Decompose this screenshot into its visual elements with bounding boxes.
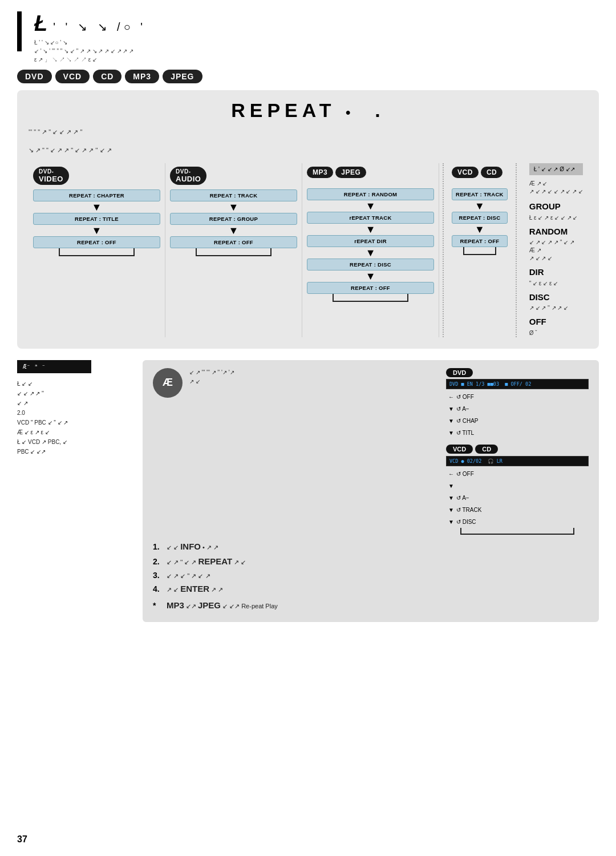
dvd-display-badge: DVD bbox=[446, 368, 473, 377]
dvd-audio-label2: AUDIO bbox=[176, 175, 201, 183]
arrow9: ▼ bbox=[475, 201, 485, 211]
subtitle: Ł ' ' ↘ ↙○ ' ↘ bbox=[34, 38, 146, 47]
page: Ł ' ' ↘ ↘ /○ ' Ł ' ' ↘ ↙○ ' ↘ ↙ ' ↘ ' ''… bbox=[0, 0, 616, 856]
note-ae2-desc: ↗ ↙ ↗ ↙ bbox=[529, 255, 583, 263]
vcd-display-badge: VCD bbox=[446, 445, 473, 454]
notes-header: Ł ' ↙ ↙ ↗ Ø ↙↗ bbox=[529, 163, 583, 175]
vcd-badge: VCD bbox=[452, 167, 479, 178]
step-4: 4. ↗ ↙ ENTER ↗ ↗ bbox=[153, 583, 589, 596]
repeat-desc2: ↘ ↗ " " ↙ ↗ ↗ " ↙ ↗ ↗ '' ↙ ↗ bbox=[29, 146, 587, 156]
badge-dvd: DVD bbox=[17, 70, 52, 83]
note-random-term: RANDOM bbox=[529, 224, 583, 239]
notes-col: Ł ' ↙ ↙ ↗ Ø ↙↗ Æ ↗ ↙ ↗ ↙ ↗ ↙ ↙ ↗ ↙ ↗ ↙ G… bbox=[520, 163, 587, 337]
flow-repeat-title: REPEAT : TITLE bbox=[33, 213, 160, 225]
dvd-video-bracket bbox=[59, 248, 135, 256]
arr-icon4: ▼ bbox=[448, 427, 454, 439]
dvd-audio-label1: DVD- bbox=[176, 168, 201, 175]
repeat-key: REPEAT bbox=[198, 556, 232, 566]
step-3-content: ↙ ↗ ↙ '' ↗ ↙ ↗ bbox=[167, 571, 210, 581]
dvd-video-flow: REPEAT : CHAPTER ▼ REPEAT : TITLE ▼ REPE… bbox=[33, 189, 160, 259]
vcd-arr-track: ▼ ↺ TRACK bbox=[448, 504, 589, 516]
arr-icon7: ▼ bbox=[448, 492, 454, 504]
note-ae-sub: ↗ ↙ ↗ ↙ ↙ ↗ ↙ ↗ ↙ bbox=[529, 188, 583, 196]
dvd-video-badge: DVD- VIDEO bbox=[33, 167, 69, 185]
step-1-num: 1. bbox=[153, 542, 161, 551]
step-2: 2. ↙ ↗ '' ↙ ↗ REPEAT ↗ ↙ bbox=[153, 555, 589, 568]
dvd-arr-off: ← ↺ OFF bbox=[448, 391, 589, 403]
dvd-audio-col: DVD- AUDIO REPEAT : TRACK ▼ REPEAT : GRO… bbox=[165, 163, 302, 337]
dotted-divider2 bbox=[516, 163, 517, 337]
arr-icon3: ▼ bbox=[448, 415, 454, 427]
note-dir-desc: " ↙ ε ↙ ε ↙ bbox=[529, 280, 583, 288]
step-3: 3. ↙ ↗ ↙ '' ↗ ↙ ↗ bbox=[153, 571, 589, 581]
flow-repeat-off-dvd: REPEAT : OFF bbox=[33, 236, 160, 248]
vcd-cd-section: VCD CD REPEAT : TRACK ▼ REPEAT : DISC ▼ … bbox=[439, 163, 512, 337]
flow-repeat-dir: rEPEAT DIR bbox=[307, 235, 434, 247]
screen-display: Æ⁻ ᵃ ⁻ bbox=[17, 360, 91, 373]
step-1: 1. ↙ ↙ INFO • ↗ ↗ bbox=[153, 540, 589, 554]
display-area: DVD DVD ■ EN 1/3 ■■03 ■ OFF/ 02 ← ↺ OFF … bbox=[446, 368, 589, 535]
bullet-1: • bbox=[202, 544, 205, 551]
note-disc-term: DISC bbox=[529, 290, 583, 305]
bottom-left-info: Ł ↙ ↙ ↙ ↙ ↗ ↗ '' ↙ ↗ 2.0 VCD " PBC ↙ " ↙… bbox=[17, 379, 131, 457]
dotted-divider bbox=[443, 163, 444, 337]
arrow5: ▼ bbox=[366, 201, 376, 211]
arrow6: ▼ bbox=[366, 224, 376, 235]
arrow8: ▼ bbox=[366, 271, 376, 281]
arr-icon6: ▼ bbox=[448, 480, 454, 492]
vcd-cd-bracket bbox=[463, 247, 497, 255]
note-off-desc: Ø ˇ bbox=[529, 329, 583, 337]
mp3-badge: MP3 bbox=[307, 167, 333, 178]
sub-desc2: ε ↗ 」 ↘ ↗ ↘ ↗ ↗ ε ↙ bbox=[34, 55, 146, 64]
badge-jpeg: JPEG bbox=[163, 70, 202, 83]
step-3-num: 3. bbox=[153, 571, 161, 580]
dvd-video-col: DVD- VIDEO REPEAT : CHAPTER ▼ REPEAT : T… bbox=[29, 163, 165, 337]
flow-repeat-off-mp3: REPEAT : OFF bbox=[307, 282, 434, 294]
left-version: 2.0 bbox=[17, 408, 131, 418]
dvd-audio-bracket bbox=[196, 248, 272, 256]
dvd-audio-flow: REPEAT : TRACK ▼ REPEAT : GROUP ▼ REPEAT… bbox=[170, 189, 297, 259]
mp3-jpeg-badges: MP3 JPEG bbox=[307, 167, 434, 183]
info-key: INFO bbox=[180, 542, 201, 551]
step-note: * MP3 ↙↗ JPEG ↙ ↙↗ Re-peat Play bbox=[153, 599, 589, 612]
black-bar bbox=[17, 11, 22, 51]
cd-display-badge: CD bbox=[475, 445, 498, 454]
mp3-jpeg-col: MP3 JPEG REPEAT : RANDOM ▼ rEPEAT TRACK … bbox=[302, 163, 439, 337]
mp3-bracket bbox=[333, 294, 409, 302]
arrow10: ▼ bbox=[475, 224, 485, 235]
flow-repeat-track-dvd: REPEAT : TRACK bbox=[170, 189, 297, 201]
badge-vcd: VCD bbox=[55, 70, 90, 83]
arrow7: ▼ bbox=[366, 248, 376, 258]
arr-icon: ← bbox=[448, 391, 454, 403]
note-group-desc: Ł ε ↙ ↗ ε ↙ ↙ ↗ ↙ bbox=[529, 214, 583, 222]
mp3-jpeg-flow: REPEAT : RANDOM ▼ rEPEAT TRACK ▼ rEPEAT … bbox=[307, 188, 434, 304]
steps-area: 1. ↙ ↙ INFO • ↗ ↗ 2. ↙ ↗ '' ↙ ↗ REPEAT ↗… bbox=[153, 535, 589, 612]
left-ae-desc: Æ ↙ ε ↗ ε ↙ bbox=[17, 427, 131, 437]
step-note-num: * bbox=[153, 601, 161, 610]
arrow1: ▼ bbox=[92, 202, 102, 212]
vcd-cd-display: VCD CD VCD ● 02/02 🎧 LR ← ↺ OFF ▼ bbox=[446, 445, 589, 535]
notes-section: Ł ' ↙ ↙ ↗ Ø ↙↗ Æ ↗ ↙ ↗ ↙ ↗ ↙ ↙ ↗ ↙ ↗ ↙ G… bbox=[512, 163, 587, 337]
page-header: Ł ' ' ↘ ↘ /○ ' Ł ' ' ↘ ↙○ ' ↘ ↙ ' ↘ ' ''… bbox=[17, 11, 599, 64]
badge-cd: CD bbox=[93, 70, 121, 83]
step-2-num: 2. bbox=[153, 557, 161, 566]
arr-icon5: ← bbox=[448, 468, 454, 480]
note-off-term: OFF bbox=[529, 314, 583, 329]
flow-repeat-random: REPEAT : RANDOM bbox=[307, 188, 434, 200]
vcd-cd-display-badges: VCD CD bbox=[446, 445, 589, 454]
vcd-lcd-screen: VCD ● 02/02 🎧 LR bbox=[446, 456, 589, 466]
vcd-arr-a: ▼ ↺ A− bbox=[448, 492, 589, 504]
flow-repeat-off-audio: REPEAT : OFF bbox=[170, 236, 297, 248]
note-ae-desc: Æ ↗ ↙ bbox=[529, 180, 583, 188]
repeat-title: REPEAT • . bbox=[231, 99, 385, 121]
chart-section: DVD- VIDEO REPEAT : CHAPTER ▼ REPEAT : T… bbox=[29, 163, 587, 337]
flow-repeat-track-vcd: REPEAT : TRACK bbox=[452, 188, 508, 200]
vcd-arr-off: ← ↺ OFF bbox=[448, 468, 589, 480]
left-desc3: ↙ ↗ bbox=[17, 398, 131, 408]
ae-description: ↙ ↗ ''' ''' ↗ '' '↗ '↗ ↗ ↙ bbox=[189, 368, 234, 386]
repeat-desc1: ''' " " ↗ " ↙ ↙ ↗ ↗ '' bbox=[29, 127, 587, 138]
left-vcd-desc: Ł ↙ VCD ↗ PBC, ↙ bbox=[17, 437, 131, 447]
note-disc-desc: ↗ ↙ ↗ '' ↗ ↗ ↙ bbox=[529, 304, 583, 312]
dvd-video-label2: VIDEO bbox=[39, 175, 63, 183]
flow-repeat-group: REPEAT : GROUP bbox=[170, 213, 297, 225]
